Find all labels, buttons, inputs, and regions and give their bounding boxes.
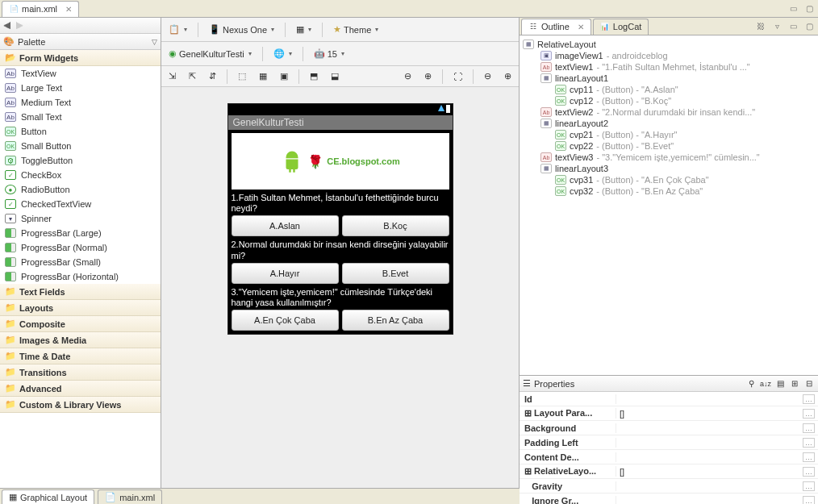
zoom-fit-icon[interactable]: ⛶ — [449, 69, 466, 84]
palette-item[interactable]: AbTextView — [0, 66, 161, 81]
device-select[interactable]: 📱 Nexus One ▾ — [205, 22, 278, 37]
property-row[interactable]: ⊞ RelativeLayo... []… — [520, 464, 818, 479]
palette-item[interactable]: AbLarge Text — [0, 81, 161, 95]
tree-item[interactable]: OK cvp12 - (Button) - "B.Koç" — [523, 95, 815, 106]
property-row[interactable]: Ignore Gr... … — [520, 494, 818, 504]
zoom-in-icon[interactable]: ⊕ — [420, 69, 436, 84]
palette-category[interactable]: 📁Text Fields — [0, 284, 161, 300]
align-icon[interactable]: ⇲ — [165, 69, 180, 84]
palette-item[interactable]: ▾Spinner — [0, 211, 161, 226]
more-icon[interactable]: … — [803, 423, 815, 433]
palette-item[interactable]: ProgressBar (Horizontal) — [0, 269, 161, 284]
editor-tab-main[interactable]: 📄 main.xml ✕ — [2, 1, 79, 17]
align-icon-3[interactable]: ⇵ — [205, 69, 220, 84]
palette-item[interactable]: ✓CheckBox — [0, 168, 161, 182]
tree-item[interactable]: Ab textView3 - "3."Yemicem işte,yemicem!… — [523, 152, 815, 163]
palette-item[interactable]: AbMedium Text — [0, 95, 161, 110]
answer-button-a[interactable]: A.Aslan — [232, 215, 339, 236]
palette-item[interactable]: AbSmall Text — [0, 110, 161, 124]
tree-item[interactable]: ▦ linearLayout3 — [523, 163, 815, 174]
more-icon[interactable]: … — [803, 467, 815, 477]
activity-select[interactable]: ◉ GenelKulturTesti ▾ — [165, 46, 256, 61]
toggle-icon[interactable]: ⬚ — [234, 69, 250, 84]
minimize-icon[interactable]: ▭ — [787, 21, 799, 32]
more-icon[interactable]: … — [803, 409, 815, 419]
back-icon[interactable]: ⯇ — [3, 21, 12, 31]
collapse-icon[interactable]: ▽ — [152, 38, 157, 46]
palette-item[interactable]: ●RadioButton — [0, 182, 161, 197]
tree-item[interactable]: ▦ linearLayout2 — [523, 118, 815, 129]
answer-button-b[interactable]: B.En Az Çaba — [342, 310, 449, 331]
design-canvas[interactable]: GenelKulturTesti 🌹 CE.blogspot.com 1.Fat… — [161, 87, 519, 504]
tree-item[interactable]: OK cvp31 - (Button) - "A.En Çok Çaba" — [523, 174, 815, 185]
answer-button-a[interactable]: A.En Çok Çaba — [232, 310, 339, 331]
tree-item[interactable]: OK cvp22 - (Button) - "B.Evet" — [523, 140, 815, 152]
palette-category[interactable]: 📁Time & Date — [0, 348, 161, 364]
palette-category[interactable]: 📁Advanced — [0, 381, 161, 397]
maximize-icon[interactable]: ▢ — [803, 21, 815, 32]
toggle-icon-2[interactable]: ▦ — [255, 69, 271, 84]
tree-item[interactable]: Ab textView2 - "2.Normal durumdaki bir i… — [523, 106, 815, 118]
forward-icon[interactable]: ⯈ — [15, 21, 24, 31]
tab-graphical-layout[interactable]: ▦ Graphical Layout — [2, 489, 94, 504]
answer-button-b[interactable]: B.Evet — [342, 263, 449, 284]
palette-cat-form-widgets[interactable]: 📂 Form Widgets — [0, 50, 161, 66]
more-icon[interactable]: … — [803, 394, 815, 404]
property-row[interactable]: Id … — [520, 392, 818, 406]
palette-item[interactable]: ProgressBar (Large) — [0, 226, 161, 240]
close-icon[interactable]: ✕ — [65, 5, 72, 14]
palette-item[interactable]: OKButton — [0, 124, 161, 139]
palette-category[interactable]: 📁Transitions — [0, 364, 161, 381]
zoom-out-icon[interactable]: ⊖ — [400, 69, 415, 84]
toggle-icon-3[interactable]: ▣ — [276, 69, 292, 84]
collapse-icon[interactable]: ⊟ — [803, 378, 815, 389]
property-row[interactable]: Content De... … — [520, 450, 818, 464]
link-icon[interactable]: ⛓ — [755, 21, 766, 32]
tab-xml-source[interactable]: 📄 main.xml — [98, 489, 162, 504]
menu-icon[interactable]: ▿ — [771, 21, 783, 32]
palette-item[interactable]: ⏼ToggleButton — [0, 153, 161, 168]
toggle-icon[interactable]: ▤ — [774, 378, 786, 389]
orientation-select[interactable]: ▦▾ — [292, 22, 315, 37]
property-row[interactable]: Padding Left … — [520, 435, 818, 450]
toggle-icon-4[interactable]: ⬒ — [306, 69, 322, 84]
maximize-icon[interactable]: ▢ — [803, 3, 815, 15]
tree-item[interactable]: OK cvp21 - (Button) - "A.Hayır" — [523, 129, 815, 140]
tree-item[interactable]: Ab textView1 - "1.Fatih Sultan Mehmet, İ… — [523, 61, 815, 73]
api-select[interactable]: 🤖 15 ▾ — [310, 46, 348, 61]
palette-item[interactable]: OKSmall Button — [0, 139, 161, 153]
theme-select[interactable]: ★ Theme ▾ — [329, 22, 382, 37]
tree-item[interactable]: OK cvp11 - (Button) - "A.Aslan" — [523, 84, 815, 95]
tab-outline[interactable]: ☷ Outline ✕ — [521, 19, 591, 35]
filter-icon[interactable]: ⚲ — [745, 378, 757, 389]
tree-item[interactable]: ▦ linearLayout1 — [523, 73, 815, 84]
expand-icon[interactable]: ⊞ — [789, 378, 800, 389]
property-row[interactable]: Gravity … — [520, 479, 818, 494]
property-row[interactable]: ⊞ Layout Para... []… — [520, 406, 818, 421]
align-icon-2[interactable]: ⇱ — [185, 69, 200, 84]
tree-item[interactable]: OK cvp32 - (Button) - "B.En Az Çaba" — [523, 185, 815, 197]
palette-category[interactable]: 📁Custom & Library Views — [0, 397, 161, 413]
palette-category[interactable]: 📁Composite — [0, 316, 161, 332]
more-icon[interactable]: … — [803, 496, 815, 505]
answer-button-a[interactable]: A.Hayır — [232, 263, 339, 284]
az-sort-icon[interactable]: a↓z — [760, 378, 771, 389]
zoom-in-icon-2[interactable]: ⊕ — [500, 69, 515, 84]
close-icon[interactable]: ✕ — [578, 23, 584, 31]
minimize-icon[interactable]: ▭ — [787, 3, 799, 15]
palette-category[interactable]: 📁Layouts — [0, 300, 161, 316]
zoom-out-icon-2[interactable]: ⊖ — [480, 69, 495, 84]
answer-button-b[interactable]: B.Koç — [342, 215, 449, 236]
locale-select[interactable]: 🌐▾ — [269, 46, 296, 61]
palette-item[interactable]: ProgressBar (Small) — [0, 255, 161, 269]
tree-root[interactable]: ▦ RelativeLayout — [523, 39, 815, 50]
tree-item[interactable]: ▣ imageView1 - androidceblog — [523, 50, 815, 61]
property-row[interactable]: Background … — [520, 421, 818, 435]
more-icon[interactable]: … — [803, 452, 815, 462]
toggle-icon-5[interactable]: ⬓ — [327, 69, 343, 84]
more-icon[interactable]: … — [803, 438, 815, 448]
palette-item[interactable]: ✓CheckedTextView — [0, 197, 161, 211]
tab-logcat[interactable]: 📊 LogCat — [593, 19, 649, 35]
config-dropdown[interactable]: 📋▾ — [165, 22, 191, 37]
palette-category[interactable]: 📁Images & Media — [0, 332, 161, 348]
